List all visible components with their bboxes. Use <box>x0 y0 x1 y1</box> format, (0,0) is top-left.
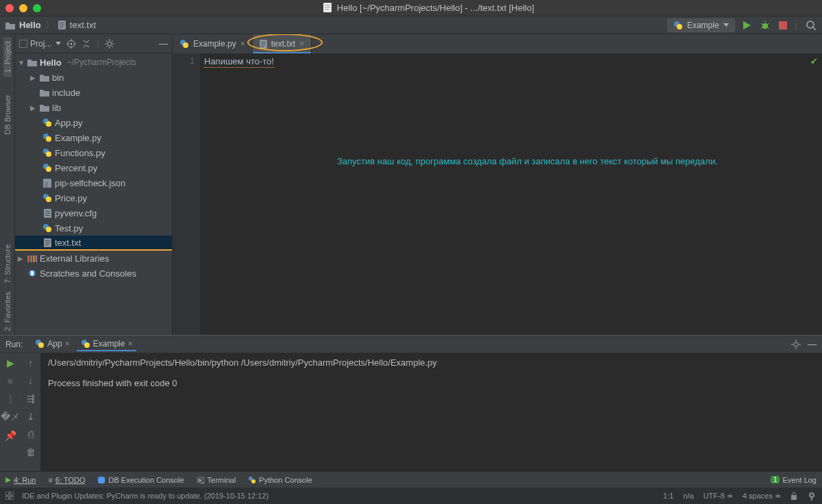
lock-icon[interactable] <box>790 492 797 500</box>
editor-tab[interactable]: text.txt× <box>253 34 312 53</box>
encoding-selector[interactable]: UTF-8 ≑ <box>703 492 733 501</box>
svg-rect-7 <box>60 27 63 27</box>
tree-item[interactable]: Example.py <box>15 130 172 145</box>
run-button[interactable] <box>742 21 751 30</box>
status-message[interactable]: IDE and Plugin Updates: PyCharm is ready… <box>22 492 269 500</box>
scroll-icon[interactable]: ⤓ <box>27 411 35 422</box>
tree-external-libraries[interactable]: ▶ External Libraries <box>15 251 172 266</box>
minimize-panel-icon[interactable]: — <box>808 339 817 349</box>
rerun-icon[interactable]: ▶ <box>7 357 14 368</box>
inspector-icon[interactable] <box>807 491 817 501</box>
tree-item-label: lib <box>52 103 61 113</box>
tree-item[interactable]: Test.py <box>15 220 172 236</box>
tool-run[interactable]: ▶ 4: Run <box>5 475 36 484</box>
maximize-window-icon[interactable] <box>33 4 41 12</box>
close-tab-icon[interactable]: × <box>240 39 245 49</box>
folder-icon <box>40 103 49 112</box>
chevron-down-icon <box>723 23 729 27</box>
svg-rect-2 <box>325 7 330 8</box>
svg-rect-88 <box>791 495 797 500</box>
tree-item-label: App.py <box>55 118 82 128</box>
up-icon[interactable]: ↑ <box>28 357 33 368</box>
svg-point-9 <box>677 24 682 29</box>
project-tree[interactable]: ▼ Hello ~/PycharmProjects ▶bininclude▶li… <box>15 53 172 335</box>
console-output[interactable]: /Users/dmitriy/PycharmProjects/Hello/bin… <box>41 353 822 471</box>
tree-item[interactable]: {}pip-selfcheck.json <box>15 175 172 190</box>
minimize-panel-icon[interactable]: — <box>159 38 168 49</box>
inspection-ok-icon[interactable]: ✔ <box>810 56 818 66</box>
locate-icon[interactable] <box>66 39 76 49</box>
tree-item[interactable]: App.py <box>15 115 172 130</box>
cursor-position[interactable]: 1:1 <box>663 492 673 500</box>
wrap-icon[interactable]: ⇶ <box>27 393 35 404</box>
gear-icon[interactable] <box>791 340 801 349</box>
debug-button[interactable] <box>760 21 771 30</box>
rail-favorites[interactable]: 2: Favorites <box>3 288 12 335</box>
tree-item[interactable]: Percent.py <box>15 160 172 175</box>
tree-item[interactable]: ▶lib <box>15 100 172 115</box>
svg-rect-49 <box>45 215 50 216</box>
svg-rect-48 <box>45 213 50 214</box>
run-tab[interactable]: Example× <box>77 338 137 351</box>
project-panel-title[interactable]: Proj... <box>19 39 61 49</box>
run-config-selector[interactable]: Example <box>667 18 735 32</box>
svg-point-16 <box>807 21 814 28</box>
editor[interactable]: 1 Напишем что-то! Запустив наш код, прог… <box>173 53 822 335</box>
tree-item[interactable]: text.txt <box>15 236 172 251</box>
tree-item[interactable]: include <box>15 85 172 100</box>
pause-icon[interactable]: ‖ <box>8 393 13 404</box>
tree-item[interactable]: ▶bin <box>15 70 172 85</box>
editor-tab[interactable]: Example.py× <box>173 34 253 53</box>
collapse-icon[interactable] <box>82 39 91 49</box>
down-icon[interactable]: ↓ <box>28 375 33 386</box>
breadcrumb-file[interactable]: text.txt <box>70 20 96 30</box>
rail-structure[interactable]: 7: Structure <box>3 240 12 288</box>
tool-todo[interactable]: ≡ 6: TODO <box>48 476 85 484</box>
exit-icon[interactable]: �メ <box>1 411 20 423</box>
event-log[interactable]: 1 Event Log <box>771 476 817 484</box>
gear-icon[interactable] <box>105 39 114 49</box>
svg-rect-66 <box>261 44 266 45</box>
tool-db-console[interactable]: DB Execution Console <box>97 476 184 484</box>
code-area[interactable]: Напишем что-то! Запустив наш код, програ… <box>200 53 822 335</box>
tree-item[interactable]: Price.py <box>15 190 172 205</box>
svg-line-17 <box>813 27 816 30</box>
svg-point-20 <box>71 42 73 45</box>
file-icon <box>323 3 332 12</box>
search-button[interactable] <box>806 20 817 31</box>
print-icon[interactable]: ⎙ <box>28 429 34 440</box>
stop-button[interactable] <box>779 21 787 29</box>
breadcrumb[interactable]: Hello 〉 text.txt <box>5 19 96 32</box>
close-tab-icon[interactable]: × <box>65 339 70 349</box>
tree-item[interactable]: pyvenv.cfg <box>15 205 172 220</box>
breadcrumb-project[interactable]: Hello <box>19 20 41 30</box>
minimize-window-icon[interactable] <box>19 4 27 12</box>
close-window-icon[interactable] <box>5 4 14 12</box>
stop-icon[interactable]: ■ <box>8 375 13 386</box>
svg-point-90 <box>810 494 813 496</box>
svg-rect-86 <box>5 496 9 500</box>
trash-icon[interactable]: 🗑 <box>26 446 36 457</box>
console-line: Process finished with exit code 0 <box>48 378 815 388</box>
tool-terminal[interactable]: >_ Terminal <box>197 476 236 484</box>
run-tab[interactable]: App× <box>31 338 73 351</box>
pin-icon[interactable]: 📌 <box>5 430 16 441</box>
tree-scratches[interactable]: Scratches and Consoles <box>15 266 172 281</box>
svg-rect-61 <box>31 271 34 275</box>
annotation-overlay: Запустив наш код, программа создала файл… <box>337 156 718 166</box>
rail-project[interactable]: 1: Project <box>3 37 12 77</box>
git-branch[interactable]: n/a <box>683 492 693 500</box>
svg-rect-18 <box>19 40 27 48</box>
tree-item[interactable]: Functions.py <box>15 145 172 160</box>
tree-root[interactable]: ▼ Hello ~/PycharmProjects <box>15 55 172 70</box>
tab-label: Example.py <box>193 39 236 49</box>
windows-icon[interactable] <box>5 492 14 500</box>
editor-line-1[interactable]: Напишем что-то! <box>204 56 274 68</box>
tool-python-console[interactable]: Python Console <box>248 476 312 484</box>
indent-selector[interactable]: 4 spaces ≑ <box>743 492 781 501</box>
close-tab-icon[interactable]: × <box>299 39 304 49</box>
close-tab-icon[interactable]: × <box>127 339 132 349</box>
editor-area: Example.py×text.txt× 1 Напишем что-то! З… <box>173 34 822 335</box>
rail-db-browser[interactable]: DB Browser <box>3 90 12 139</box>
svg-rect-65 <box>261 42 266 42</box>
